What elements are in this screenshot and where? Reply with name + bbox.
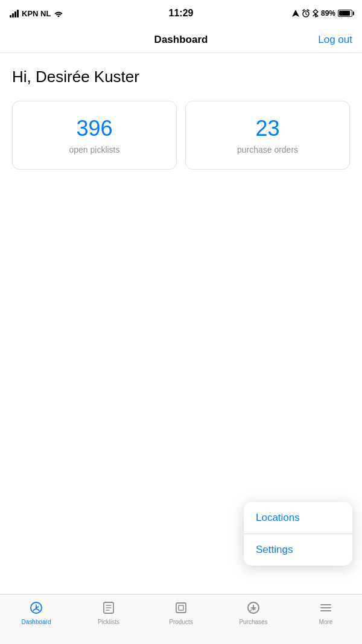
tab-picklists-label: Picklists: [98, 619, 119, 625]
popup-overlay[interactable]: Locations Settings: [0, 0, 362, 644]
popup-menu: Locations Settings: [244, 502, 352, 566]
tab-more[interactable]: More: [290, 599, 362, 625]
tab-picklists[interactable]: Picklists: [72, 599, 145, 625]
svg-rect-7: [176, 603, 186, 613]
tab-purchases-label: Purchases: [239, 619, 267, 625]
popup-locations[interactable]: Locations: [244, 502, 352, 534]
tab-bar: Dashboard Picklists Products: [0, 594, 362, 644]
purchases-icon: [245, 599, 262, 616]
tab-products-label: Products: [169, 619, 192, 625]
tab-products[interactable]: Products: [145, 599, 217, 625]
tab-purchases[interactable]: Purchases: [217, 599, 290, 625]
tab-more-label: More: [319, 619, 333, 625]
products-icon: [173, 599, 189, 616]
tab-dashboard[interactable]: Dashboard: [0, 599, 72, 625]
svg-rect-8: [179, 605, 183, 610]
dashboard-icon: [28, 599, 45, 616]
tab-dashboard-label: Dashboard: [22, 619, 51, 625]
more-icon: [317, 599, 334, 616]
popup-settings[interactable]: Settings: [244, 534, 352, 566]
picklists-icon: [100, 599, 117, 616]
svg-point-2: [36, 607, 37, 609]
